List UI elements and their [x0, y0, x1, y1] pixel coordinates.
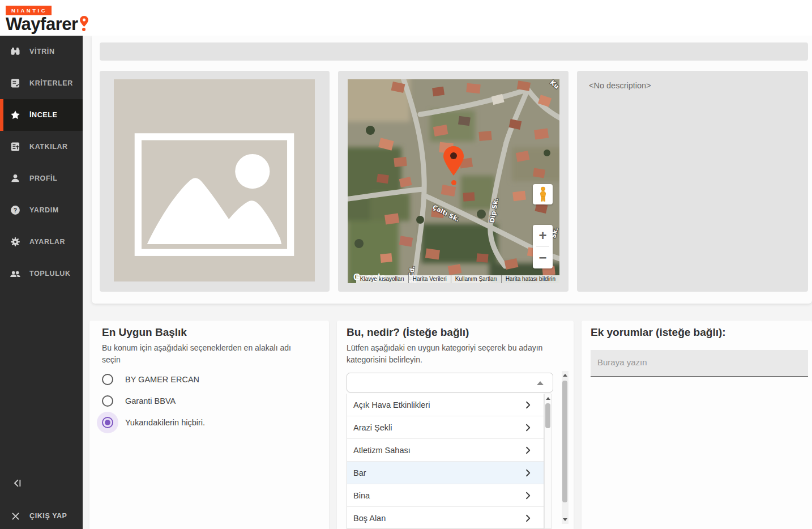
checklist-icon	[10, 78, 21, 89]
radio-option-none-of-above[interactable]: Yukarıdakilerin hiçbiri.	[97, 412, 205, 433]
svg-text:?: ?	[14, 207, 17, 214]
map-attribution-bar: Klavye kısayolları Harita Verileri Kulla…	[356, 275, 559, 283]
best-title-subtitle: Bu konum için aşağıdaki seçeneklerden en…	[102, 342, 311, 366]
close-icon	[10, 510, 21, 522]
description-text: <No description>	[589, 81, 651, 90]
sidebar-item-label: TOPLULUK	[29, 270, 71, 278]
chevron-up-icon	[537, 381, 544, 385]
sidebar-item-label: KRİTERLER	[29, 79, 73, 87]
scrollbar-thumb[interactable]	[545, 403, 550, 428]
category-item[interactable]: Açık Hava Etkinlikleri	[347, 394, 544, 416]
category-dropdown-list: Açık Hava Etkinlikleri Arazi Şekli Atlet…	[347, 394, 544, 529]
photo-placeholder-thumbnail[interactable]	[114, 79, 315, 281]
top-header: NIANTIC Wayfarer	[0, 0, 812, 36]
keyboard-shortcuts-link[interactable]: Klavye kısayolları	[356, 275, 408, 283]
zoom-in-button[interactable]: +	[533, 225, 553, 246]
scroll-down-arrow[interactable]	[563, 518, 567, 521]
sidebar-item-kriterler[interactable]: KRİTERLER	[0, 67, 83, 99]
radio-unselected-icon	[102, 374, 113, 385]
category-subtitle: Lütfen aşağıdaki en uygun kategoriyi seç…	[347, 342, 555, 366]
sidebar-item-label: VİTRİN	[29, 48, 55, 56]
category-item[interactable]: Boş Alan	[347, 507, 544, 529]
help-icon: ?	[10, 204, 21, 216]
comments-heading: Ek yorumlar (isteğe bağlı):	[591, 326, 726, 339]
chevron-right-icon	[523, 490, 533, 501]
chevron-right-icon	[523, 423, 533, 433]
wayfarer-logo[interactable]: NIANTIC Wayfarer	[6, 5, 88, 33]
category-item[interactable]: Bina	[347, 484, 544, 507]
sidebar-item-vitrin[interactable]: VİTRİN	[0, 36, 83, 67]
report-map-error-link[interactable]: Harita hatası bildirin	[501, 275, 559, 283]
scrollbar-thumb[interactable]	[562, 381, 567, 502]
sidebar-item-yardim[interactable]: ? YARDIM	[0, 194, 83, 226]
chevron-right-icon	[523, 513, 533, 523]
contributions-icon	[10, 141, 21, 152]
category-item[interactable]: Arazi Şekli	[347, 416, 544, 439]
map-panel: Dip Sk. Çaltı Sk. s Cd. Ku Sk. +	[338, 71, 569, 292]
binoculars-icon	[10, 46, 21, 57]
scroll-up-arrow[interactable]	[546, 397, 550, 400]
sidebar-item-label: KATKILAR	[29, 143, 68, 151]
image-placeholder-icon	[114, 79, 315, 281]
sidebar-collapse-button[interactable]	[8, 475, 27, 493]
sidebar-item-ayarlar[interactable]: AYARLAR	[0, 226, 83, 258]
radio-selected-icon	[102, 417, 113, 428]
sidebar-item-katkilar[interactable]: KATKILAR	[0, 131, 83, 163]
scroll-up-arrow[interactable]	[563, 374, 567, 377]
gear-icon	[10, 236, 21, 248]
radio-label: Garanti BBVA	[125, 396, 176, 406]
category-item-label: Atletizm Sahası	[353, 446, 411, 455]
chevron-right-icon	[523, 468, 533, 478]
chevron-right-icon	[523, 445, 533, 455]
review-top-card: Dip Sk. Çaltı Sk. s Cd. Ku Sk. +	[92, 36, 812, 304]
category-item-label: Boş Alan	[353, 514, 386, 523]
wayfarer-pin-icon	[80, 16, 88, 31]
wayfarer-wordmark: Wayfarer	[6, 15, 78, 33]
location-pin-dot	[451, 180, 456, 185]
pegman-streetview-button[interactable]	[533, 184, 553, 204]
logout-button[interactable]: ÇIKIŞ YAP	[0, 505, 83, 527]
best-title-card: En Uygun Başlık Bu konum için aşağıdaki …	[89, 321, 329, 529]
collapsed-header-bar	[100, 42, 808, 61]
satellite-map[interactable]: Dip Sk. Çaltı Sk. s Cd. Ku Sk. +	[348, 79, 559, 283]
sidebar: VİTRİN KRİTERLER İNCELE KATKILAR PROFİL	[0, 36, 83, 529]
category-card: Bu, nedir? (İsteğe bağlı) Lütfen aşağıda…	[337, 321, 574, 529]
category-item-highlighted[interactable]: Bar	[347, 462, 544, 484]
photo-panel	[100, 71, 330, 292]
category-item-label: Açık Hava Etkinlikleri	[353, 400, 430, 409]
sidebar-item-incele[interactable]: İNCELE	[0, 99, 83, 131]
sidebar-item-label: İNCELE	[29, 111, 57, 119]
location-pin-icon	[443, 146, 464, 176]
map-data-link[interactable]: Harita Verileri	[408, 275, 451, 283]
terms-link[interactable]: Kullanım Şartları	[451, 275, 501, 283]
category-item[interactable]: Atletizm Sahası	[347, 439, 544, 462]
star-icon	[10, 109, 21, 121]
chevron-right-icon	[523, 400, 533, 410]
category-item-label: Arazi Şekli	[353, 423, 392, 432]
sidebar-item-label: YARDIM	[29, 206, 59, 214]
category-select[interactable]	[347, 373, 553, 393]
sidebar-item-label: PROFİL	[29, 174, 57, 182]
radio-option-garanti-bbva[interactable]: Garanti BBVA	[97, 390, 176, 412]
category-heading: Bu, nedir? (İsteğe bağlı)	[347, 326, 469, 339]
description-panel: <No description>	[577, 71, 808, 292]
comments-input[interactable]	[591, 350, 808, 377]
wayfarer-review-page: NIANTIC Wayfarer VİTRİN KRİTERLER	[0, 0, 812, 529]
sidebar-item-topluluk[interactable]: TOPLULUK	[0, 258, 83, 289]
sidebar-item-label: AYARLAR	[29, 238, 65, 246]
collapse-chevron-icon	[12, 477, 23, 491]
radio-option-by-gamer-ercan[interactable]: BY GAMER ERCAN	[97, 369, 199, 390]
category-list-scrollbar[interactable]	[544, 394, 552, 529]
sidebar-item-profil[interactable]: PROFİL	[0, 163, 83, 194]
pegman-icon	[537, 186, 549, 202]
category-item-label: Bina	[353, 491, 370, 500]
map-zoom-control: + −	[533, 225, 553, 268]
comments-card: Ek yorumlar (isteğe bağlı):	[582, 321, 812, 529]
logout-label: ÇIKIŞ YAP	[29, 512, 67, 520]
radio-label: BY GAMER ERCAN	[125, 375, 199, 384]
person-icon	[10, 173, 21, 184]
people-icon	[10, 268, 21, 279]
zoom-out-button[interactable]: −	[533, 247, 553, 268]
panel-scrollbar[interactable]	[562, 371, 569, 524]
category-item-label: Bar	[353, 468, 366, 477]
